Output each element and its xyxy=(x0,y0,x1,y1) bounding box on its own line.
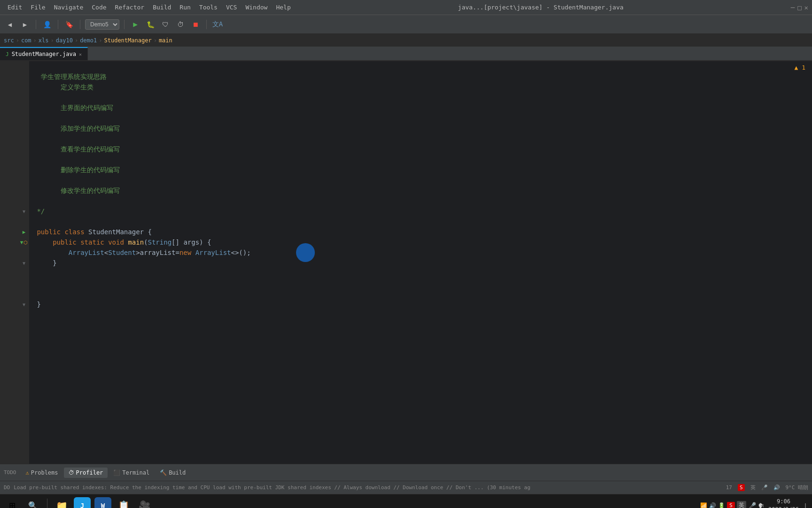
fold-20[interactable]: ▼ xyxy=(19,258,29,268)
line-num-16 xyxy=(0,216,19,227)
tab-student-manager[interactable]: J StudentManager.java ✕ xyxy=(0,47,88,60)
breadcrumb-method[interactable]: main xyxy=(159,37,172,44)
breadcrumb-xls[interactable]: xls xyxy=(39,37,49,44)
menu-code[interactable]: Code xyxy=(88,2,110,13)
line-num-22 xyxy=(0,278,19,289)
back-button[interactable]: ◀ xyxy=(4,18,16,31)
translate-icon[interactable]: 文A xyxy=(211,18,224,31)
tab-label: StudentManager.java xyxy=(12,51,76,57)
search-taskbar[interactable]: 🔍 xyxy=(24,497,41,508)
bookmark-icon[interactable]: 🔖 xyxy=(63,18,75,31)
tencent-meeting-icon[interactable]: 🎥 xyxy=(136,497,153,508)
debug-button[interactable]: 🐛 xyxy=(144,18,156,31)
line-num-5 xyxy=(0,103,19,113)
fold-24[interactable]: ▼ xyxy=(19,299,29,310)
forward-button[interactable]: ▶ xyxy=(19,18,31,31)
tab-terminal[interactable]: ⬛ Terminal xyxy=(109,468,154,478)
battery-icon[interactable]: 🔋 xyxy=(718,502,725,508)
sys-tray: 📶 🔊 🔋 S 英 🎤 🗣 xyxy=(700,501,765,508)
lang-en[interactable]: 英 xyxy=(737,501,746,508)
line-num-20 xyxy=(0,258,19,268)
fold-2 xyxy=(19,71,29,82)
menu-file[interactable]: File xyxy=(27,2,49,13)
close-button[interactable]: ✕ xyxy=(804,4,808,11)
editor-wrapper: ▲ 1 xyxy=(0,61,812,464)
maximize-button[interactable]: □ xyxy=(797,4,801,11)
profile-button[interactable]: ⏱ xyxy=(174,18,187,31)
menu-bar[interactable]: Edit File Navigate Code Refactor Build R… xyxy=(4,2,295,13)
coverage-button[interactable]: 🛡 xyxy=(159,18,172,31)
menu-refactor[interactable]: Refactor xyxy=(111,2,148,13)
lang-indicator[interactable]: 英 xyxy=(750,484,756,491)
fold-12 xyxy=(19,175,29,185)
minimize-button[interactable]: ─ xyxy=(791,4,795,11)
project-selector[interactable]: Demo5 xyxy=(85,19,119,30)
code-line-14 xyxy=(33,196,812,206)
fold-3 xyxy=(19,82,29,92)
param-args: args xyxy=(183,237,199,247)
sougou-taskbar[interactable]: 🗣 xyxy=(758,502,765,508)
mic-icon[interactable]: 🎤 xyxy=(761,484,768,491)
breadcrumb-day10[interactable]: day10 xyxy=(56,37,73,44)
breadcrumb-class[interactable]: StudentManager xyxy=(104,37,151,44)
fold-19 xyxy=(19,247,29,258)
stop-button[interactable]: ⏹ xyxy=(189,18,202,31)
menu-help[interactable]: Help xyxy=(272,2,294,13)
angle-open: < xyxy=(104,247,108,258)
file-explorer-icon[interactable]: 📁 xyxy=(53,497,70,508)
paren-close: ) { xyxy=(199,237,211,247)
fold-18[interactable]: ▼ ⬡ xyxy=(19,237,29,247)
code-line-12 xyxy=(33,175,812,185)
brace-open: { xyxy=(148,227,151,237)
tab-bar: J StudentManager.java ✕ xyxy=(0,47,812,61)
menu-navigate[interactable]: Navigate xyxy=(50,2,87,13)
user-icon[interactable]: 👤 xyxy=(41,18,53,31)
network-icon[interactable]: 📶 xyxy=(700,502,707,508)
mic-taskbar[interactable]: 🎤 xyxy=(748,502,756,508)
window-title: java...[project\javase] - StudentManager… xyxy=(295,4,787,11)
volume-icon[interactable]: 🔊 xyxy=(709,502,716,508)
menu-run[interactable]: Run xyxy=(176,2,194,13)
line-num-3 xyxy=(0,82,19,92)
show-desktop[interactable]: | xyxy=(803,497,808,508)
menu-tools[interactable]: Tools xyxy=(195,2,221,13)
code-line-21 xyxy=(33,268,812,278)
type-arraylist: ArrayList xyxy=(69,247,104,258)
breadcrumb-com[interactable]: com xyxy=(21,37,31,44)
build-icon: 🔨 xyxy=(160,469,167,476)
breadcrumb-sep-1: › xyxy=(16,37,19,44)
code-line-24: } xyxy=(33,299,812,310)
menu-window[interactable]: Window xyxy=(242,2,271,13)
editor-area[interactable]: ▼ ▶ ▼ ⬡ ▼ ▼ 学生管理系统实现思路 xyxy=(0,61,812,464)
breadcrumb-src[interactable]: src xyxy=(4,37,14,44)
fold-1 xyxy=(19,61,29,71)
start-button[interactable]: ⊞ xyxy=(4,497,21,508)
menu-vcs[interactable]: VCS xyxy=(222,2,241,13)
taskbar-sep xyxy=(47,499,47,508)
angle-close: > xyxy=(136,247,140,258)
fold-17[interactable]: ▶ xyxy=(19,227,29,237)
tab-build[interactable]: 🔨 Build xyxy=(155,468,190,478)
speaker-icon[interactable]: 🔊 xyxy=(773,484,780,491)
code-editor[interactable]: 学生管理系统实现思路 定义学生类 主界面的代码编写 添加学生的代码编写 xyxy=(29,61,812,464)
fold-14 xyxy=(19,196,29,206)
tab-close-button[interactable]: ✕ xyxy=(79,52,82,57)
fold-7 xyxy=(19,123,29,134)
intellij-icon[interactable]: J xyxy=(74,497,91,508)
fold-15[interactable]: ▼ xyxy=(19,206,29,216)
kw-class: class xyxy=(64,227,88,237)
menu-build[interactable]: Build xyxy=(149,2,175,13)
breadcrumb-demo1[interactable]: demo1 xyxy=(80,37,97,44)
run-button[interactable]: ▶ xyxy=(129,18,141,31)
menu-edit[interactable]: Edit xyxy=(4,2,26,13)
tab-profiler[interactable]: ⏱ Profiler xyxy=(64,468,108,478)
tab-problems[interactable]: ⚠ Problems xyxy=(21,468,63,478)
word-icon[interactable]: W xyxy=(94,497,111,508)
task-icon-1[interactable]: 📋 xyxy=(115,497,132,508)
taskbar: ⊞ 🔍 📁 J W 📋 🎥 📶 🔊 🔋 S 英 🎤 🗣 9:06 2022/3/… xyxy=(0,494,812,508)
input-method[interactable]: S xyxy=(727,502,735,508)
indent-19 xyxy=(33,247,69,258)
fold-23 xyxy=(19,289,29,299)
type-student: Student xyxy=(108,247,136,258)
paren-open: ( xyxy=(144,237,148,247)
